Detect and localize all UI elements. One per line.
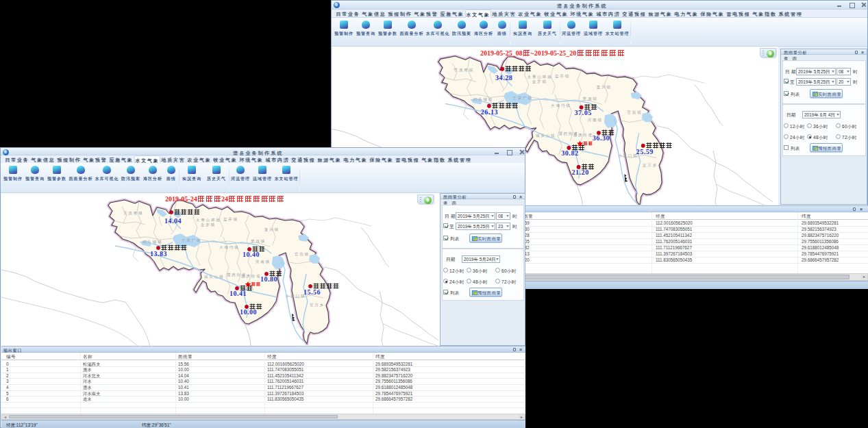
svg-text:10.80: 10.80 [260,275,277,283]
svg-text:小渡口镇: 小渡口镇 [617,153,638,158]
svg-text:城头山镇: 城头山镇 [535,134,556,138]
svg-text:盐井镇: 盐井镇 [223,217,238,221]
svg-text:10.41: 10.41 [230,290,247,297]
svg-text:30.82: 30.82 [561,149,578,157]
svg-text:25.59: 25.59 [636,148,654,155]
svg-text:14.04: 14.04 [164,217,182,225]
svg-text:复兴镇: 复兴镇 [264,227,280,232]
svg-text:城头山镇: 城头山镇 [203,275,224,279]
svg-text:宜万乡: 宜万乡 [310,303,325,307]
svg-text:码头铺镇: 码头铺镇 [473,97,494,102]
svg-text:小渡口镇: 小渡口镇 [285,294,306,299]
svg-text:37.05: 37.05 [574,109,591,116]
svg-text:官垸镇: 官垸镇 [627,110,642,115]
svg-text:大堰垱镇: 大堰垱镇 [219,245,239,249]
svg-text:36.30: 36.30 [593,134,610,142]
svg-text:21.20: 21.20 [571,168,588,176]
svg-text:34.28: 34.28 [495,74,512,81]
svg-text:码头铺镇: 码头铺镇 [142,240,162,244]
svg-text:甘溪滩镇: 甘溪滩镇 [454,68,474,73]
svg-text:涔南镇: 涔南镇 [256,260,271,264]
svg-text:15.56: 15.56 [303,288,321,296]
svg-text:太青山林场: 太青山林场 [528,75,553,79]
svg-text:26.13: 26.13 [481,108,498,116]
svg-text:王家厂镇: 王家厂镇 [182,238,201,242]
svg-text:太青山林场: 太青山林场 [196,218,221,223]
svg-text:金罗镇: 金罗镇 [201,223,216,227]
svg-text:大堰垱镇: 大堰垱镇 [551,103,571,108]
svg-text:涔南镇: 涔南镇 [588,118,603,123]
svg-text:官垸镇: 官垸镇 [295,252,310,257]
svg-text:梦溪镇: 梦溪镇 [251,239,266,244]
svg-text:盐井镇: 盐井镇 [555,74,570,79]
svg-text:10.40: 10.40 [243,251,260,258]
svg-text:宜万乡: 宜万乡 [643,163,658,167]
svg-text:澧澹街道: 澧澹街道 [240,274,261,279]
svg-text:13.83: 13.83 [150,250,167,257]
svg-text:澧澹街道: 澧澹街道 [573,133,593,138]
svg-text:梦溪镇: 梦溪镇 [583,97,598,101]
svg-text:复兴镇: 复兴镇 [597,85,612,90]
svg-text:甘溪滩镇: 甘溪滩镇 [123,211,143,216]
svg-text:王家厂镇: 王家厂镇 [512,96,533,100]
svg-text:金罗镇: 金罗镇 [532,79,547,84]
svg-text:10.00: 10.00 [240,308,257,316]
